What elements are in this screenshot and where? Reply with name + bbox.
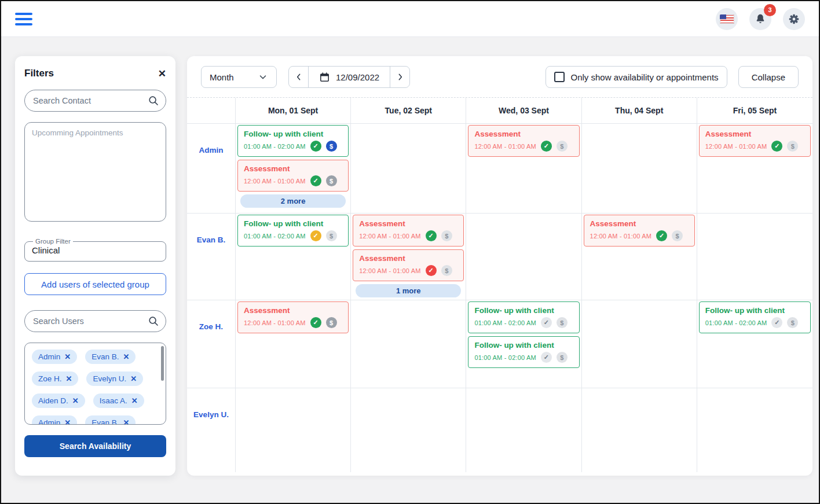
followup-event-card[interactable]: Follow- up with client01:00 AM - 02:00 A…: [699, 301, 811, 333]
notification-count-badge: 3: [764, 4, 776, 16]
remove-user-icon[interactable]: ✕: [131, 396, 138, 405]
check-icon: ✓: [310, 141, 321, 152]
user-chip[interactable]: Admin✕: [32, 415, 77, 425]
day-header: Thu, 04 Sept: [582, 98, 697, 123]
topbar-actions: 3: [716, 8, 805, 30]
hamburger-menu-icon[interactable]: [15, 13, 34, 25]
assessment-event-card[interactable]: Assessment12:00 AM - 01:00 AM✓$: [584, 215, 695, 247]
close-icon[interactable]: ✕: [158, 69, 166, 79]
event-meta: 12:00 AM - 01:00 AM✓$: [359, 265, 457, 276]
followup-event-card[interactable]: Follow- up with client01:00 AM - 02:00 A…: [468, 336, 579, 368]
calendar-cell: [697, 214, 812, 300]
remove-user-icon[interactable]: ✕: [64, 352, 71, 361]
calendar-cell: [236, 388, 351, 472]
calendar-icon: [319, 72, 330, 83]
event-time: 12:00 AM - 01:00 AM: [244, 178, 306, 185]
calendar-cell: [582, 300, 697, 388]
dollar-icon: $: [441, 265, 452, 276]
user-chip-label: Isaac A.: [100, 396, 127, 405]
calendar-toolbar: Month: [187, 56, 812, 98]
collapse-button[interactable]: Collapse: [738, 66, 799, 88]
user-chip[interactable]: Evan B.✕: [85, 350, 136, 364]
user-chip[interactable]: Zoe H.✕: [32, 371, 78, 386]
followup-event-card[interactable]: Follow- up with client01:00 AM - 02:00 A…: [237, 125, 349, 157]
user-chip[interactable]: Admin✕: [32, 350, 77, 364]
remove-user-icon[interactable]: ✕: [123, 418, 129, 425]
event-time: 12:00 AM - 01:00 AM: [590, 233, 652, 240]
user-chip[interactable]: Evan B.✕: [85, 415, 136, 425]
check-icon: ✓: [426, 265, 437, 276]
assessment-event-card[interactable]: Assessment12:00 AM - 01:00 AM✓$: [353, 215, 464, 247]
assessment-event-card[interactable]: Assessment12:00 AM - 01:00 AM✓$: [699, 125, 811, 157]
calendar-corner-cell: [187, 98, 236, 123]
scrollbar-thumb[interactable]: [161, 346, 164, 381]
remove-user-icon[interactable]: ✕: [66, 374, 72, 383]
dollar-icon: $: [557, 317, 568, 328]
calendar-cell: Assessment12:00 AM - 01:00 AM✓$: [466, 124, 581, 213]
dollar-icon: $: [326, 141, 337, 152]
assessment-event-card[interactable]: Assessment12:00 AM - 01:00 AM✓$: [237, 160, 349, 192]
group-filter-input[interactable]: [31, 245, 160, 257]
assessment-event-card[interactable]: Assessment12:00 AM - 01:00 AM✓$: [468, 125, 579, 157]
followup-event-card[interactable]: Follow- up with client01:00 AM - 02:00 A…: [468, 301, 579, 333]
user-chip-label: Zoe H.: [38, 374, 62, 383]
day-header: Wed, 03 Sept: [466, 98, 581, 123]
event-title: Assessment: [359, 254, 457, 263]
dollar-icon: $: [326, 230, 337, 241]
day-header: Mon, 01 Sept: [236, 98, 351, 123]
availability-checkbox[interactable]: [554, 72, 565, 82]
assessment-event-card[interactable]: Assessment12:00 AM - 01:00 AM✓$: [237, 301, 349, 333]
user-chip-label: Evelyn U.: [93, 374, 126, 383]
search-contact-input[interactable]: [24, 90, 166, 112]
event-title: Assessment: [590, 219, 689, 228]
event-meta: 12:00 AM - 01:00 AM✓$: [359, 230, 457, 241]
language-flag-button[interactable]: [716, 8, 738, 30]
more-events-chip[interactable]: 2 more: [240, 194, 346, 208]
dollar-icon: $: [557, 352, 568, 363]
search-availability-button[interactable]: Search Availability: [24, 435, 166, 457]
user-chip[interactable]: Evelyn U.✕: [86, 371, 143, 386]
followup-event-card[interactable]: Follow- up with client01:00 AM - 02:00 A…: [237, 215, 349, 247]
date-display[interactable]: 12/09/2022: [308, 67, 390, 87]
calendar-cell: Follow- up with client01:00 AM - 02:00 A…: [236, 124, 351, 213]
search-users-input[interactable]: [24, 310, 166, 332]
event-title: Assessment: [705, 130, 804, 138]
event-title: Follow- up with client: [244, 130, 342, 138]
remove-user-icon[interactable]: ✕: [123, 352, 129, 361]
check-icon: ✓: [541, 317, 552, 328]
user-chip-label: Aiden D.: [38, 396, 68, 405]
dollar-icon: $: [672, 230, 683, 241]
selected-users-list: Admin✕Evan B.✕Zoe H.✕Evelyn U.✕Aiden D.✕…: [24, 343, 166, 425]
more-events-chip[interactable]: 1 more: [356, 284, 461, 297]
next-date-button[interactable]: [390, 67, 409, 87]
calendar-header-row: Mon, 01 SeptTue, 02 SeptWed, 03 SeptThu,…: [187, 98, 812, 124]
event-title: Follow- up with client: [474, 341, 573, 350]
availability-checkbox-label: Only show availability or appointments: [571, 72, 719, 82]
availability-filter-toggle[interactable]: Only show availability or appointments: [546, 66, 727, 88]
previous-date-button[interactable]: [289, 67, 308, 87]
user-chip[interactable]: Isaac A.✕: [93, 393, 144, 408]
filters-panel: Filters ✕ Group Filter Add users of sele…: [15, 56, 175, 476]
event-time: 01:00 AM - 02:00 AM: [705, 319, 767, 326]
event-title: Assessment: [474, 130, 573, 138]
assessment-event-card[interactable]: Assessment12:00 AM - 01:00 AM✓$: [353, 249, 464, 281]
dollar-icon: $: [326, 317, 337, 328]
remove-user-icon[interactable]: ✕: [130, 374, 137, 383]
remove-user-icon[interactable]: ✕: [72, 396, 79, 405]
calendar-cell: [351, 124, 466, 213]
user-chip[interactable]: Aiden D.✕: [32, 393, 85, 408]
upcoming-appointments-box[interactable]: [24, 122, 166, 222]
event-time: 01:00 AM - 02:00 AM: [474, 319, 536, 326]
event-meta: 01:00 AM - 02:00 AM✓$: [244, 141, 342, 152]
group-filter-field: Group Filter: [24, 238, 166, 262]
add-users-button[interactable]: Add users of selected group: [24, 273, 166, 295]
view-select[interactable]: Month: [201, 66, 277, 88]
calendar-cell: [351, 388, 466, 472]
settings-button[interactable]: [783, 8, 805, 30]
notifications-button[interactable]: 3: [749, 8, 771, 30]
remove-user-icon[interactable]: ✕: [64, 418, 71, 425]
calendar-cell: Follow- up with client01:00 AM - 02:00 A…: [466, 300, 581, 388]
chevron-left-icon: [294, 72, 303, 82]
us-flag-icon: [720, 14, 734, 24]
calendar-user-row: AdminFollow- up with client01:00 AM - 02…: [187, 124, 812, 214]
